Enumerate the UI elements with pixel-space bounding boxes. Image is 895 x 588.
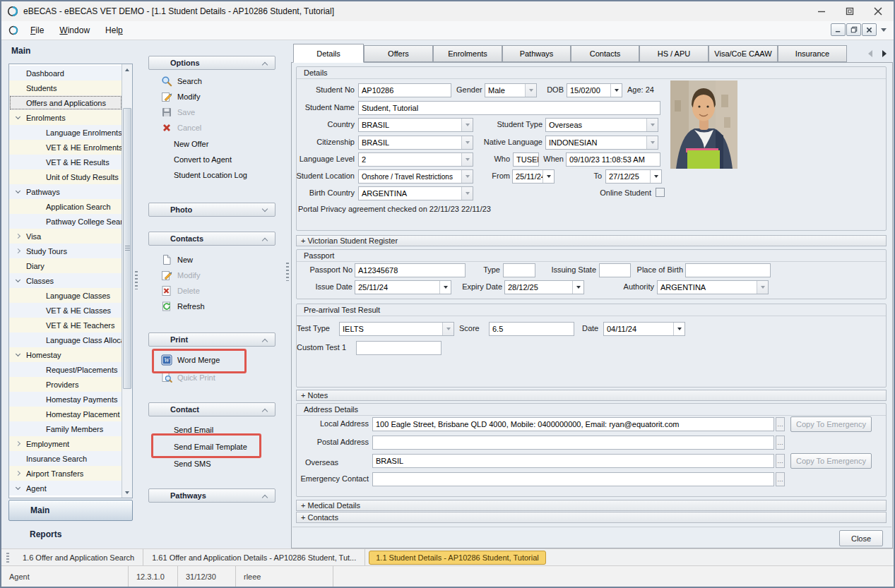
chevron-down-icon[interactable] bbox=[461, 153, 473, 166]
local-address-ellipsis-button[interactable]: … bbox=[776, 417, 785, 431]
who-field[interactable]: TUSER bbox=[513, 152, 539, 167]
place-of-birth-field[interactable] bbox=[685, 263, 771, 277]
convert-to-agent-button[interactable]: Convert to Agent bbox=[148, 152, 275, 167]
score-field[interactable]: 6.5 bbox=[489, 322, 574, 336]
sidebar-item-offers-and-applications[interactable]: Offers and Applications bbox=[9, 95, 122, 110]
sidebar-item-language-enrolments[interactable]: Language Enrolments bbox=[9, 125, 122, 140]
chevron-down-icon[interactable] bbox=[572, 281, 583, 294]
student-type-select[interactable]: Overseas bbox=[545, 118, 658, 132]
scrollbar-thumb[interactable] bbox=[123, 108, 131, 389]
when-field[interactable]: 09/10/23 11:08:53 AM bbox=[566, 152, 660, 167]
minimize-button[interactable] bbox=[807, 1, 836, 21]
chevron-down-icon[interactable] bbox=[646, 136, 658, 149]
gender-select[interactable]: Male bbox=[485, 83, 537, 97]
sidebar-item-students[interactable]: Students bbox=[9, 80, 122, 95]
language-level-select[interactable]: 2 bbox=[358, 152, 473, 167]
sidebar-item-homestay[interactable]: Homestay bbox=[9, 347, 122, 362]
contacts-panel-header[interactable]: Contacts bbox=[148, 232, 275, 246]
to-datepicker[interactable]: 27/12/25 bbox=[605, 169, 662, 184]
close-button[interactable]: Close bbox=[839, 530, 883, 546]
student-location-select[interactable]: Onshore / Travel Restrictions bbox=[358, 169, 473, 184]
local-address-field[interactable]: 100 Eagle Street, Brisbane QLD 4000, Mob… bbox=[372, 417, 774, 431]
sidebar-item-employment[interactable]: Employment bbox=[9, 436, 122, 451]
sidebar-item-vet-he-results[interactable]: VET & HE Results bbox=[9, 155, 122, 169]
contact-new-button[interactable]: New bbox=[148, 252, 275, 268]
close-window-button[interactable] bbox=[864, 1, 892, 21]
menu-help[interactable]: Help bbox=[97, 25, 131, 35]
send-email-button[interactable]: Send Email bbox=[148, 422, 275, 438]
sidebar-item-diary[interactable]: Diary bbox=[9, 258, 122, 273]
mdi-tab-student-details-active[interactable]: 1.1 Student Details - AP10286 Student, T… bbox=[369, 551, 546, 565]
passport-no-field[interactable]: A12345678 bbox=[355, 263, 466, 277]
splitter-handle[interactable] bbox=[286, 263, 289, 281]
emergency-contact-field[interactable] bbox=[372, 472, 774, 486]
chevron-down-icon[interactable] bbox=[461, 136, 473, 149]
chevron-down-icon[interactable] bbox=[543, 170, 554, 183]
copy-overseas-to-emergency-button[interactable]: Copy To Emergency bbox=[790, 453, 872, 469]
passport-type-field[interactable] bbox=[503, 263, 535, 277]
student-location-log-button[interactable]: Student Location Log bbox=[148, 167, 275, 183]
sidebar-item-enrolments[interactable]: Enrolments bbox=[9, 110, 122, 125]
tab-details[interactable]: Details bbox=[293, 44, 364, 63]
tab-scroll-right-button[interactable] bbox=[878, 47, 891, 61]
sidebar-item-classes[interactable]: Classes bbox=[9, 273, 122, 288]
sidebar-item-agent[interactable]: Agent bbox=[9, 481, 122, 496]
menu-file[interactable]: File bbox=[23, 25, 52, 35]
overseas-address-field[interactable]: BRASIL bbox=[372, 454, 774, 468]
sidebar-item-request-placements[interactable]: Request/Placements bbox=[9, 362, 122, 377]
tab-scroll-left-button[interactable] bbox=[864, 47, 877, 61]
student-no-field[interactable]: AP10286 bbox=[358, 83, 451, 97]
tab-hs-apu[interactable]: HS / APU bbox=[639, 45, 709, 62]
sidebar-item-vet-he-classes[interactable]: VET & HE Classes bbox=[9, 303, 122, 318]
student-name-field[interactable]: Student, Tutorial bbox=[358, 101, 660, 115]
issue-date-datepicker[interactable]: 25/11/24 bbox=[355, 280, 451, 294]
save-button[interactable]: Save bbox=[148, 104, 275, 120]
test-date-datepicker[interactable]: 04/11/24 bbox=[603, 322, 685, 336]
tab-visa-coe-caaw[interactable]: Visa/CoE CAAW bbox=[709, 45, 778, 62]
sidebar-item-homestay-payments[interactable]: Homestay Payments bbox=[9, 392, 122, 407]
tree-scrollbar[interactable] bbox=[121, 64, 132, 498]
sidebar-item-airport-transfers[interactable]: Airport Transfers bbox=[9, 466, 122, 481]
drag-grip-icon[interactable] bbox=[6, 553, 9, 563]
sidebar-main-button[interactable]: Main bbox=[8, 500, 133, 521]
sidebar-item-providers[interactable]: Providers bbox=[9, 377, 122, 392]
sidebar-item-insurance-search[interactable]: Insurance Search bbox=[9, 451, 122, 466]
sidebar-item-pathways[interactable]: Pathways bbox=[9, 184, 122, 199]
medical-details-bar[interactable]: + Medical Details bbox=[296, 500, 887, 511]
sidebar-item-visa[interactable]: Visa bbox=[9, 229, 122, 244]
from-datepicker[interactable]: 25/11/24 bbox=[512, 169, 555, 184]
send-sms-button[interactable]: Send SMS bbox=[148, 456, 275, 472]
quick-print-button[interactable]: Quick Print bbox=[148, 370, 275, 385]
birth-country-select[interactable]: ARGENTINA bbox=[358, 186, 473, 200]
print-panel-header[interactable]: Print bbox=[148, 332, 275, 347]
sidebar-item-language-class-allocation[interactable]: Language Class Allocat bbox=[9, 332, 122, 347]
country-select[interactable]: BRASIL bbox=[358, 118, 473, 132]
sidebar-item-vet-he-enrolments[interactable]: VET & HE Enrolments bbox=[9, 140, 122, 155]
test-type-select[interactable]: IELTS bbox=[339, 322, 454, 336]
chevron-down-icon[interactable] bbox=[673, 323, 684, 335]
sidebar-item-language-classes[interactable]: Language Classes bbox=[9, 288, 122, 303]
sidebar-item-homestay-placement[interactable]: Homestay Placement C bbox=[9, 407, 122, 421]
contact-panel-header[interactable]: Contact bbox=[148, 402, 275, 416]
tab-offers[interactable]: Offers bbox=[364, 45, 433, 62]
dob-datepicker[interactable]: 15/02/00 bbox=[567, 83, 622, 97]
sidebar-item-unit-of-study-results[interactable]: Unit of Study Results bbox=[9, 169, 122, 184]
mdi-tab-offer-details[interactable]: 1.61 Offer and Application Details - AP1… bbox=[143, 549, 365, 566]
notes-bar[interactable]: + Notes bbox=[296, 390, 887, 401]
expiry-date-datepicker[interactable]: 28/12/25 bbox=[504, 280, 584, 294]
photo-panel-header[interactable]: Photo bbox=[148, 203, 275, 217]
splitter-handle[interactable] bbox=[135, 271, 138, 289]
scroll-up-icon[interactable] bbox=[122, 64, 132, 75]
sidebar-item-study-tours[interactable]: Study Tours bbox=[9, 244, 122, 258]
chevron-down-icon[interactable] bbox=[610, 84, 622, 97]
emergency-ellipsis-button[interactable]: … bbox=[776, 472, 785, 486]
sidebar-item-pathway-college-search[interactable]: Pathway College Searc bbox=[9, 214, 122, 229]
search-button[interactable]: Search bbox=[148, 73, 275, 89]
sidebar-item-vet-he-teachers[interactable]: VET & HE Teachers bbox=[9, 318, 122, 332]
tab-pathways[interactable]: Pathways bbox=[502, 45, 571, 62]
overseas-ellipsis-button[interactable]: … bbox=[776, 454, 785, 468]
chevron-down-icon[interactable] bbox=[525, 84, 536, 97]
menu-window[interactable]: Window bbox=[52, 25, 97, 35]
word-merge-button[interactable]: WWord Merge bbox=[148, 352, 275, 368]
chevron-down-icon[interactable] bbox=[650, 170, 661, 183]
